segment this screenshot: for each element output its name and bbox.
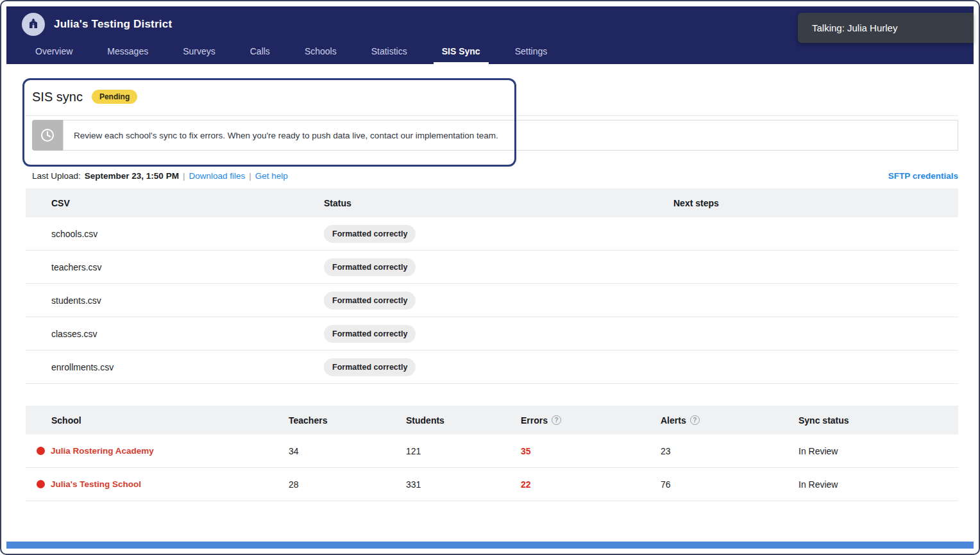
get-help-link[interactable]: Get help	[255, 171, 288, 181]
table-row: teachers.csv Formatted correctly	[26, 251, 958, 284]
alerts-col-header: Alerts ?	[661, 415, 798, 426]
errors-count: 22	[521, 479, 661, 490]
nav-item-calls[interactable]: Calls	[233, 38, 287, 64]
school-cell: Julia Rostering Academy	[26, 446, 289, 456]
page-title-row: SIS sync Pending	[26, 87, 958, 106]
last-upload-label: Last Upload:	[32, 171, 81, 181]
nav-item-settings[interactable]: Settings	[498, 38, 565, 64]
info-banner-text: Review each school's sync to fix errors.…	[63, 120, 958, 151]
csv-file-name: classes.csv	[26, 329, 324, 339]
table-row: students.csv Formatted correctly	[26, 284, 958, 317]
table-row: schools.csv Formatted correctly	[26, 217, 958, 251]
nav-item-overview[interactable]: Overview	[18, 38, 90, 64]
nav-item-schools[interactable]: Schools	[287, 38, 354, 64]
school-cell: Julia's Testing School	[26, 479, 289, 489]
alerts-help-icon[interactable]: ?	[690, 415, 700, 425]
status-badge: Formatted correctly	[324, 225, 416, 243]
students-col-header: Students	[406, 415, 521, 426]
alerts-count: 23	[661, 446, 798, 456]
school-col-header: School	[26, 415, 289, 426]
errors-help-icon[interactable]: ?	[552, 415, 561, 425]
csv-table-header: CSV Status Next steps	[26, 188, 958, 217]
last-upload: Last Upload: September 23, 1:50 PM | Dow…	[32, 171, 288, 181]
status-badge: Formatted correctly	[324, 325, 416, 343]
download-files-link[interactable]: Download files	[189, 171, 245, 181]
csv-file-name: students.csv	[26, 295, 324, 306]
talking-overlay: Talking: Julia Hurley	[798, 13, 974, 43]
title-divider	[26, 115, 958, 116]
table-row: Julia Rostering Academy 34 121 35 23 In …	[26, 435, 958, 468]
status-badge: Pending	[92, 90, 137, 104]
csv-file-name: schools.csv	[26, 229, 324, 239]
talking-overlay-text: Talking: Julia Hurley	[812, 22, 897, 33]
alerts-count: 76	[661, 479, 798, 490]
footer-strip	[6, 542, 974, 549]
school-table-header: School Teachers Students Errors ? Alerts…	[26, 406, 958, 435]
nav-item-messages[interactable]: Messages	[90, 38, 165, 64]
district-name: Julia's Testing District	[54, 18, 172, 31]
students-count: 121	[406, 446, 521, 456]
school-table: School Teachers Students Errors ? Alerts…	[26, 406, 958, 501]
sync-status: In Review	[798, 446, 958, 456]
alerts-col-label: Alerts	[661, 415, 686, 426]
separator: |	[183, 171, 185, 181]
nav-item-surveys[interactable]: Surveys	[165, 38, 233, 64]
csv-file-name: enrollments.csv	[26, 362, 324, 372]
table-row: enrollments.csv Formatted correctly	[26, 351, 958, 384]
csv-table: CSV Status Next steps schools.csv Format…	[26, 188, 958, 384]
meta-row: Last Upload: September 23, 1:50 PM | Dow…	[26, 171, 958, 181]
school-link[interactable]: Julia's Testing School	[51, 479, 141, 489]
school-link[interactable]: Julia Rostering Academy	[51, 446, 154, 456]
sync-status-col-header: Sync status	[798, 415, 958, 426]
table-row: Julia's Testing School 28 331 22 76 In R…	[26, 468, 958, 501]
info-banner: Review each school's sync to fix errors.…	[32, 120, 958, 151]
page-title: SIS sync	[32, 90, 83, 104]
next-steps-col-header: Next steps	[673, 198, 958, 208]
sftp-credentials-link[interactable]: SFTP credentials	[888, 171, 958, 181]
teachers-count: 34	[289, 446, 406, 456]
status-badge: Formatted correctly	[324, 292, 416, 310]
nav-item-statistics[interactable]: Statistics	[354, 38, 425, 64]
app-header: Julia's Testing District Overview Messag…	[6, 6, 974, 64]
csv-file-name: teachers.csv	[26, 262, 324, 272]
csv-col-header: CSV	[26, 198, 324, 208]
table-row: classes.csv Formatted correctly	[26, 317, 958, 351]
district-logo-icon	[22, 13, 45, 36]
errors-count: 35	[521, 446, 661, 456]
clock-icon	[32, 120, 63, 151]
students-count: 331	[406, 479, 521, 490]
status-col-header: Status	[324, 198, 673, 208]
app-window: Julia's Testing District Overview Messag…	[0, 0, 980, 555]
teachers-col-header: Teachers	[289, 415, 406, 426]
errors-col-header: Errors ?	[521, 415, 661, 426]
error-status-dot-icon	[37, 480, 45, 488]
last-upload-value: September 23, 1:50 PM	[85, 171, 179, 181]
errors-col-label: Errors	[521, 415, 548, 426]
nav-item-sis-sync[interactable]: SIS Sync	[425, 38, 498, 64]
sync-status: In Review	[798, 479, 958, 490]
separator: |	[249, 171, 251, 181]
status-badge: Formatted correctly	[324, 258, 416, 276]
teachers-count: 28	[289, 479, 406, 490]
main-content: SIS sync Pending Review each school's sy…	[6, 64, 974, 542]
error-status-dot-icon	[37, 447, 45, 455]
status-badge: Formatted correctly	[324, 358, 416, 376]
